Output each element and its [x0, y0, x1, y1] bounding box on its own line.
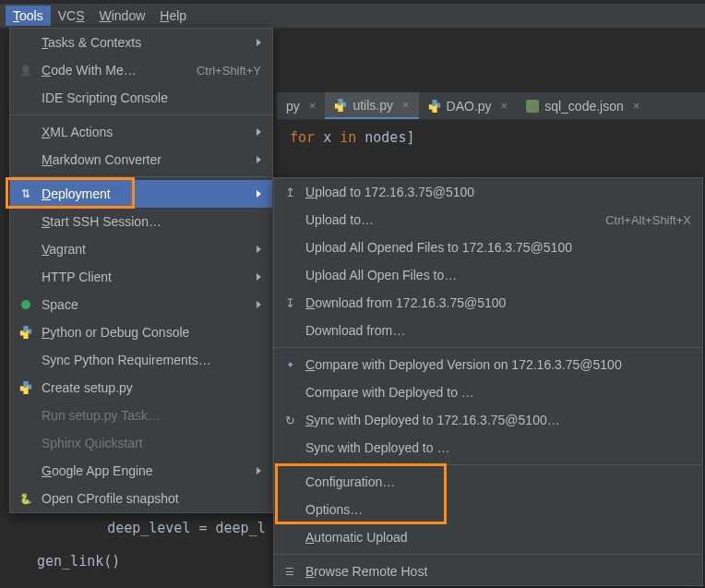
menu-icon-empty — [18, 90, 34, 106]
deploy-item-compare-with-deployed-to[interactable]: Compare with Deployed to … — [274, 378, 702, 406]
space-icon — [18, 296, 34, 313]
deploy-item-automatic-upload[interactable]: Automatic Upload — [274, 523, 702, 551]
deploy-item-upload-all-open-files-to[interactable]: Upload All Open Files to… — [274, 261, 702, 289]
menu-item-label: Options… — [305, 502, 691, 517]
tools-item-google-app-engine[interactable]: Google App Engine — [10, 457, 272, 485]
menu-icon-empty — [281, 211, 298, 228]
tools-item-markdown-converter[interactable]: Markdown Converter — [10, 146, 272, 174]
menu-separator — [274, 464, 702, 465]
tools-item-ide-scripting-console[interactable]: IDE Scripting Console — [10, 84, 272, 112]
tools-item-python-or-debug-console[interactable]: Python or Debug Console — [10, 318, 272, 346]
tools-item-create-setup-py[interactable]: Create setup.py — [10, 374, 272, 402]
menu-item-label: Google App Engine — [42, 463, 242, 478]
deploy-item-sync-with-deployed-to[interactable]: Sync with Deployed to … — [274, 434, 702, 462]
menu-item-label: HTTP Client — [42, 270, 242, 284]
close-icon[interactable]: × — [309, 99, 317, 113]
menubar-item-vcs[interactable]: VCS — [51, 6, 92, 26]
deploy-item-upload-to-172-16-3-75-5100[interactable]: Upload to 172.16.3.75@5100 — [274, 178, 702, 206]
tools-item-xml-actions[interactable]: XML Actions — [10, 118, 272, 146]
menu-item-label: Markdown Converter — [42, 152, 242, 167]
menu-icon-empty — [18, 269, 34, 285]
sync-icon — [281, 412, 298, 428]
upload-icon — [281, 184, 298, 200]
tools-item-open-cprofile-snapshot[interactable]: Open CProfile snapshot — [10, 485, 272, 512]
menu-item-label: Open CProfile snapshot — [42, 491, 261, 506]
deploy-item-compare-with-deployed-version-on-172-16-3-75-5100[interactable]: Compare with Deployed Version on 172.16.… — [274, 351, 702, 378]
python-file-icon — [428, 100, 441, 113]
tab-dao[interactable]: DAO.py × — [419, 92, 518, 119]
deploy-item-upload-to[interactable]: Upload to…Ctrl+Alt+Shift+X — [274, 206, 702, 234]
deploy-item-options[interactable]: Options… — [274, 496, 702, 523]
tools-item-vagrant[interactable]: Vagrant — [10, 235, 272, 263]
submenu-arrow-icon — [257, 246, 261, 253]
menu-item-label: Sync Python Requirements… — [42, 353, 261, 367]
deploy-item-browse-remote-host[interactable]: Browse Remote Host — [274, 558, 702, 585]
menu-separator — [10, 176, 272, 177]
menu-item-label: Run setup.py Task… — [42, 408, 261, 423]
menubar-item-help[interactable]: Help — [152, 6, 194, 26]
menu-icon-empty — [18, 213, 34, 230]
menu-item-shortcut: Ctrl+Alt+Shift+X — [605, 213, 691, 227]
menu-item-shortcut: Ctrl+Shift+Y — [197, 64, 261, 78]
submenu-arrow-icon — [257, 273, 261, 281]
tab-sqlcode[interactable]: sql_code.json × — [517, 92, 649, 119]
menu-item-label: Configuration… — [305, 474, 691, 489]
menu-item-label: Upload to 172.16.3.75@5100 — [305, 185, 691, 199]
close-icon[interactable]: × — [633, 99, 640, 113]
tools-item-http-client[interactable]: HTTP Client — [10, 263, 272, 291]
tools-item-code-with-me[interactable]: Code With Me…Ctrl+Shift+Y — [10, 56, 272, 84]
python-file-icon — [334, 99, 347, 112]
menu-separator — [274, 554, 702, 555]
submenu-arrow-icon — [257, 156, 261, 163]
menu-item-label: Tasks & Contexts — [42, 35, 242, 50]
tools-item-sync-python-requirements[interactable]: Sync Python Requirements… — [10, 346, 272, 374]
py-icon — [18, 324, 34, 341]
compare-icon — [281, 356, 298, 373]
menu-item-label: Sync with Deployed to 172.16.3.75@5100… — [305, 413, 691, 427]
menu-icon-empty — [18, 124, 34, 140]
deploy-item-configuration[interactable]: Configuration… — [274, 468, 702, 496]
py-icon — [18, 379, 34, 396]
close-icon[interactable]: × — [402, 98, 410, 112]
menu-icon-empty — [281, 439, 298, 456]
menu-separator — [10, 114, 272, 115]
menu-separator — [274, 347, 702, 348]
menu-item-label: Start SSH Session… — [42, 214, 261, 229]
menu-item-label: Download from 172.16.3.75@5100 — [305, 295, 691, 310]
menu-item-label: Vagrant — [42, 242, 242, 257]
snap-icon — [18, 490, 34, 507]
tools-item-tasks-contexts[interactable]: Tasks & Contexts — [10, 29, 272, 56]
deploy-item-upload-all-opened-files-to-172-16-3-75-5100[interactable]: Upload All Opened Files to 172.16.3.75@5… — [274, 234, 702, 261]
tab-label: utils.py — [352, 98, 393, 113]
menubar: Tools VCS Window Help — [0, 4, 705, 28]
menu-item-label: Python or Debug Console — [42, 325, 261, 340]
tab-utils[interactable]: utils.py × — [325, 92, 418, 119]
menu-icon-empty — [281, 384, 298, 401]
tools-item-deployment[interactable]: Deployment — [10, 180, 272, 208]
editor-tabs: py × utils.py × DAO.py × sql_code.json × — [277, 92, 705, 120]
menu-icon-empty — [18, 462, 34, 479]
menubar-item-tools[interactable]: Tools — [6, 6, 51, 26]
person-icon — [18, 62, 34, 78]
menu-icon-empty — [18, 435, 34, 451]
tab-file[interactable]: py × — [277, 92, 325, 119]
menubar-item-window[interactable]: Window — [91, 6, 152, 26]
menu-icon-empty — [281, 529, 298, 546]
download-icon — [281, 294, 298, 311]
tools-item-start-ssh-session[interactable]: Start SSH Session… — [10, 208, 272, 235]
submenu-arrow-icon — [257, 467, 261, 474]
menu-item-label: Space — [42, 297, 242, 312]
menu-icon-empty — [18, 34, 34, 51]
close-icon[interactable]: × — [501, 99, 508, 113]
submenu-arrow-icon — [257, 39, 261, 46]
tab-label: sql_code.json — [544, 99, 624, 114]
menu-icon-empty — [281, 239, 298, 256]
deploy-item-sync-with-deployed-to-172-16-3-75-5100[interactable]: Sync with Deployed to 172.16.3.75@5100… — [274, 406, 702, 434]
menu-item-label: Compare with Deployed Version on 172.16.… — [305, 357, 691, 372]
deploy-item-download-from[interactable]: Download from… — [274, 317, 702, 344]
menu-icon-empty — [18, 407, 34, 424]
deploy-item-download-from-172-16-3-75-5100[interactable]: Download from 172.16.3.75@5100 — [274, 289, 702, 317]
tools-item-space[interactable]: Space — [10, 291, 272, 318]
menu-item-label: Browse Remote Host — [305, 564, 691, 579]
menu-icon-empty — [281, 322, 298, 339]
